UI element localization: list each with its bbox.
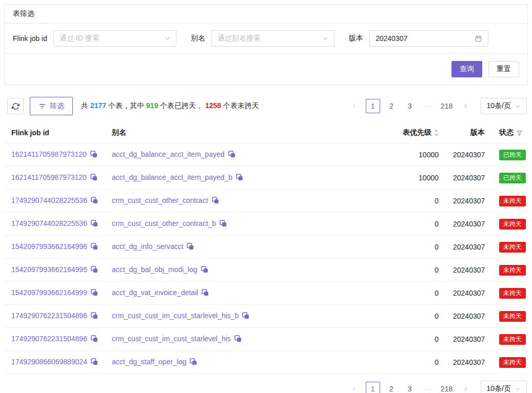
copy-icon[interactable] [236,174,243,182]
table-row: 1621411705987973120 acct_dg_balance_acct… [4,167,528,190]
flink-job-id-link[interactable]: 1542097993662164996 [11,242,87,251]
status-cell: 未跨天 [492,190,528,213]
copy-icon[interactable] [91,289,98,298]
priority-cell: 0 [369,236,446,259]
copy-icon[interactable] [242,312,249,321]
chevron-left-icon [352,386,357,391]
page-button-last[interactable]: 218 [440,99,454,113]
flink-job-id-link[interactable]: 1749290762231504896 [11,335,87,343]
copy-icon[interactable] [91,243,98,252]
bottom-bar: 1 2 3 ··· 218 10条/页 [0,381,527,393]
flink-job-id-link[interactable]: 1749290762231504896 [11,312,87,320]
version-date-input[interactable]: 20240307 [369,30,488,47]
alias-link[interactable]: acct_dg_vat_invoice_detail [112,288,198,297]
prev-page-button[interactable] [347,99,362,113]
next-page-button[interactable] [458,382,472,393]
chevron-down-icon [515,386,521,392]
col-header-priority[interactable]: 表优先级 [369,122,446,143]
next-page-button[interactable] [458,99,472,113]
status-cell: 未跨天 [492,282,528,305]
copy-icon[interactable] [91,220,98,229]
table-row: 1621411705987973120 acct_dg_balance_acct… [4,143,528,167]
flink-job-id-link[interactable]: 1621411705987973120 [11,173,87,181]
copy-icon[interactable] [90,151,97,159]
copy-icon[interactable] [91,197,98,205]
status-cell: 未跨天 [492,328,528,351]
copy-icon[interactable] [212,197,219,205]
status-cell: 已跨天 [492,167,528,190]
copy-icon[interactable] [91,358,98,367]
alias-link[interactable]: crm_cust_cust_other_contract [112,196,208,204]
page-button-2[interactable]: 2 [384,382,399,393]
copy-icon[interactable] [202,289,209,298]
page-button-3[interactable]: 3 [403,382,417,393]
flink-job-id-link[interactable]: 1621411705987973120 [11,150,87,158]
table-row: 1749290866069889024 acct_dg_staff_oper_l… [4,351,528,374]
table-row: 1542097993662164996 acct_dg_info_servacc… [4,236,528,259]
alias-link[interactable]: acct_dg_balance_acct_item_payed_b [112,173,232,181]
status-badge: 未跨天 [499,196,526,206]
page-size-select[interactable]: 10条/页 [481,381,527,393]
toolbar: 筛选 共 2177 个表，其中 919 个表已跨天， 1258 个表未跨天 1 … [7,97,527,115]
alias-link[interactable]: crm_cust_cust_other_contract_b [112,219,216,227]
version-cell: 20240307 [446,213,492,236]
page-ellipsis[interactable]: ··· [421,382,436,393]
alias-label: 别名 [191,34,205,43]
status-badge: 未跨天 [499,357,526,368]
alias-link[interactable]: acct_dg_bal_obj_modi_log [112,265,198,274]
status-cell: 未跨天 [492,351,528,374]
col-header-status[interactable]: 状态 [492,122,528,143]
copy-icon[interactable] [91,335,98,344]
page-button-1[interactable]: 1 [366,382,380,393]
page-size-select[interactable]: 10条/页 [481,98,527,114]
filter-button[interactable]: 筛选 [30,97,73,115]
status-cell: 未跨天 [492,236,528,259]
chevron-right-icon [463,386,468,391]
status-badge: 未跨天 [499,288,526,299]
sorter-icon[interactable] [434,129,439,137]
flink-job-id-link[interactable]: 1542097993662164999 [11,288,87,297]
prev-page-button[interactable] [347,382,362,393]
version-cell: 20240307 [446,259,492,282]
refresh-button[interactable] [7,98,24,114]
page-button-3[interactable]: 3 [403,99,417,113]
status-badge: 未跨天 [499,334,526,345]
flink-job-id-link[interactable]: 1749290866069889024 [11,358,87,366]
flink-job-id-link[interactable]: 1542097993662164995 [11,265,87,274]
alias-link[interactable]: crm_cust_cust_im_cust_starlevel_his_b [112,312,239,320]
flink-job-id-link[interactable]: 1749290744028225536 [11,196,87,204]
chevron-down-icon [515,104,521,109]
flink-job-id-select[interactable]: 通过 ID 搜索 [53,30,176,47]
copy-icon[interactable] [90,174,97,182]
funnel-icon[interactable] [516,130,523,136]
alias-select[interactable]: 通过别名搜索 [211,30,334,47]
copy-icon[interactable] [234,335,242,344]
copy-icon[interactable] [190,358,197,367]
reset-button[interactable]: 重置 [488,61,519,77]
priority-cell: 0 [369,282,446,305]
priority-cell: 0 [369,190,446,213]
alias-link[interactable]: acct_dg_info_servacct [112,242,183,251]
page-ellipsis[interactable]: ··· [421,99,436,113]
query-button[interactable]: 查询 [451,61,482,77]
alias-link[interactable]: acct_dg_balance_acct_item_payed [112,150,225,158]
flink-job-id-link[interactable]: 1749290744028225536 [11,219,87,227]
copy-icon[interactable] [91,266,98,275]
copy-icon[interactable] [220,220,227,229]
pagination-bottom: 1 2 3 ··· 218 10条/页 [343,381,527,393]
filter-actions-row: 查询 重置 [5,54,527,85]
alias-link[interactable]: crm_cust_cust_im_cust_starlevel_his [112,335,231,343]
alias-link[interactable]: acct_dg_staff_oper_log [112,358,186,366]
page-button-last[interactable]: 218 [440,382,454,393]
page-button-2[interactable]: 2 [384,99,399,113]
crossed-count: 919 [146,101,158,110]
status-cell: 未跨天 [492,305,528,328]
copy-icon[interactable] [228,151,235,159]
status-badge: 未跨天 [499,311,526,322]
status-cell: 未跨天 [492,213,528,236]
page-button-1[interactable]: 1 [366,99,380,113]
col-header-alias: 别名 [105,122,369,143]
copy-icon[interactable] [187,243,194,252]
copy-icon[interactable] [91,312,98,321]
copy-icon[interactable] [201,266,208,275]
